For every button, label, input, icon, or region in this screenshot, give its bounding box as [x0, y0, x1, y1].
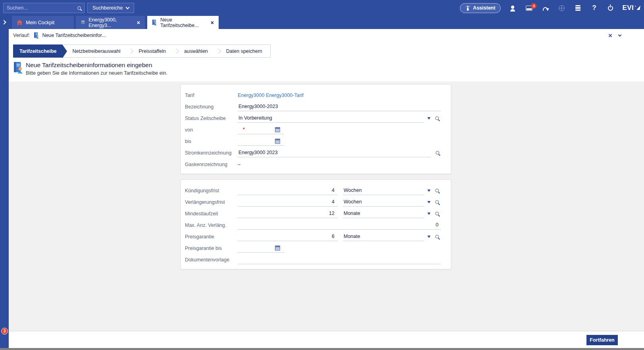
field-label: Gaskennzeichnung: [185, 162, 238, 167]
kuendigungsfrist-input[interactable]: [238, 186, 338, 195]
required-marker: *: [243, 127, 245, 132]
tab-neue-tarifzeitscheibe[interactable]: Neue Tarifzeitscheibe... ×: [147, 16, 219, 29]
close-tab-icon[interactable]: ×: [137, 20, 140, 25]
logout-button[interactable]: [606, 3, 615, 13]
field-label: bis: [185, 139, 238, 144]
tab-energy3000[interactable]: Energy3000, Energy3... ×: [76, 16, 145, 29]
verlaengerungsfrist-input[interactable]: [238, 198, 338, 207]
form-row-bis: bis: [185, 135, 451, 147]
global-search[interactable]: [3, 3, 85, 13]
tariff-stack-icon: [81, 20, 85, 25]
mindestlaufzeit-input[interactable]: [238, 209, 338, 218]
form-row-kuendigungsfrist: Kündigungsfrist: [185, 185, 451, 196]
step-label: Tarifzeitscheibe: [19, 48, 57, 54]
bis-date-input[interactable]: [238, 137, 273, 145]
calendar-icon[interactable]: [275, 139, 280, 144]
assistant-button[interactable]: Assistent: [460, 3, 501, 13]
left-rail: [0, 29, 9, 348]
redo-icon: [543, 7, 548, 11]
form-row-preisgarantie: Preisgarantie: [185, 231, 451, 242]
field-label: Verlängerungsfrist: [185, 199, 238, 205]
lookup-icon[interactable]: [436, 151, 439, 155]
wizard-step-tarifzeitscheibe[interactable]: Tarifzeitscheibe: [13, 44, 62, 58]
dropdown-caret-icon[interactable]: [427, 201, 431, 203]
history-label: Verlauf:: [13, 33, 30, 38]
form-row-dokumentenvorlage: Dokumentenvorlage: [185, 254, 451, 265]
form-row-bezeichnung: Bezeichnung: [185, 101, 451, 112]
power-icon: [608, 6, 613, 11]
panel-tarifzeitscheibe: Tarif Energy3000 Energy3000-Tarif Bezeic…: [181, 84, 451, 174]
inbox-badge: 3: [531, 3, 536, 9]
panel-fristen: Kündigungsfrist Verlängerungsfrist: [181, 180, 451, 269]
user-button[interactable]: [508, 3, 517, 13]
wizard-step-netzbetreiberauswahl[interactable]: Netzbetreiberauswahl: [62, 45, 129, 57]
search-scope-label: Suchbereiche: [92, 5, 123, 11]
user-icon: [510, 9, 515, 12]
close-tab-icon[interactable]: ×: [211, 20, 214, 25]
page-header: Neue Tarifzeitscheibeninformationen eing…: [9, 58, 644, 81]
wizard-step-preisstaffeln[interactable]: Preisstaffeln: [128, 45, 174, 57]
tab-mein-cockpit[interactable]: Mein Cockpit: [12, 16, 74, 29]
mindestlaufzeit-unit-input[interactable]: [343, 209, 424, 218]
redo-button[interactable]: [541, 3, 550, 13]
form-row-max-anz-verlaeng: Max. Anz. Verläng.: [185, 219, 451, 231]
form-row-gaskennzeichnung: Gaskennzeichnung –: [185, 159, 451, 170]
tab-bar: Mein Cockpit Energy3000, Energy3... × Ne…: [0, 16, 644, 29]
application-window: Suchbereiche Assistent 3 ? EVI°: [0, 0, 644, 350]
calendar-icon[interactable]: [275, 246, 280, 251]
preisgarantie-bis-date-field[interactable]: [238, 244, 284, 253]
content-area: Tarif Energy3000 Energy3000-Tarif Bezeic…: [9, 81, 644, 331]
von-date-field[interactable]: *: [238, 126, 284, 134]
search-icon[interactable]: [77, 6, 81, 10]
help-button[interactable]: ?: [590, 3, 598, 13]
form-row-preisgarantie-bis: Preisgarantie bis: [185, 242, 451, 254]
dokumentenvorlage-input[interactable]: [238, 255, 441, 264]
history-item[interactable]: Neue Tarifzeitscheibeninfor...: [34, 32, 106, 39]
preisgarantie-input[interactable]: [238, 232, 338, 241]
dropdown-caret-icon[interactable]: [427, 213, 431, 215]
calendar-icon[interactable]: [275, 127, 280, 132]
lookup-icon[interactable]: [435, 189, 439, 192]
search-scope-button[interactable]: Suchbereiche: [87, 3, 134, 13]
status-zeitscheibe-input[interactable]: [238, 114, 424, 123]
lookup-icon[interactable]: [435, 200, 439, 204]
continue-button[interactable]: Fortfahren: [586, 335, 618, 345]
database-icon: [575, 5, 581, 11]
preisgarantie-unit-input[interactable]: [343, 232, 424, 241]
database-button[interactable]: [573, 3, 582, 13]
lookup-icon[interactable]: [435, 212, 439, 215]
field-label: von: [185, 127, 238, 133]
wizard-step-auswaehlen[interactable]: auswählen: [174, 45, 216, 57]
chevron-separator-icon: [129, 48, 134, 54]
form-row-verlaengerungsfrist: Verlängerungsfrist: [185, 196, 451, 208]
preisgarantie-bis-date-input[interactable]: [238, 244, 273, 252]
kuendigungsfrist-unit-input[interactable]: [343, 186, 424, 195]
field-label: Status Zeitscheibe: [185, 116, 238, 121]
form-row-von: von *: [185, 124, 451, 135]
max-anz-verlaeng-input[interactable]: [238, 221, 441, 230]
dropdown-caret-icon[interactable]: [427, 117, 431, 120]
gaskennzeichnung-value: –: [238, 162, 240, 167]
verlaengerungsfrist-unit-input[interactable]: [343, 198, 424, 207]
web-button[interactable]: [557, 3, 566, 13]
tarif-link[interactable]: Energy3000 Energy3000-Tarif: [238, 93, 304, 98]
stromkennzeichnung-input[interactable]: [238, 149, 431, 157]
dropdown-caret-icon[interactable]: [427, 236, 431, 238]
form-row-status-zeitscheibe: Status Zeitscheibe: [185, 112, 451, 124]
chevron-down-icon[interactable]: [618, 33, 621, 36]
dropdown-caret-icon[interactable]: [427, 190, 431, 192]
expand-sidebar-icon[interactable]: [2, 20, 6, 24]
inbox-button[interactable]: 3: [525, 3, 533, 13]
bis-date-field[interactable]: [238, 137, 284, 146]
tab-label: Mein Cockpit: [26, 20, 54, 25]
bezeichnung-input[interactable]: [238, 102, 441, 111]
close-icon[interactable]: ×: [608, 32, 612, 39]
lookup-icon[interactable]: [435, 235, 439, 238]
search-input[interactable]: [7, 5, 77, 11]
wizard-step-daten-speichern[interactable]: Daten speichern: [216, 45, 270, 57]
field-label: Preisgarantie: [185, 234, 238, 240]
lookup-icon[interactable]: [435, 116, 439, 120]
brand-text: EVI: [622, 4, 634, 12]
assistant-label: Assistent: [473, 5, 495, 11]
field-label: Stromkennzeichnung: [185, 150, 238, 156]
